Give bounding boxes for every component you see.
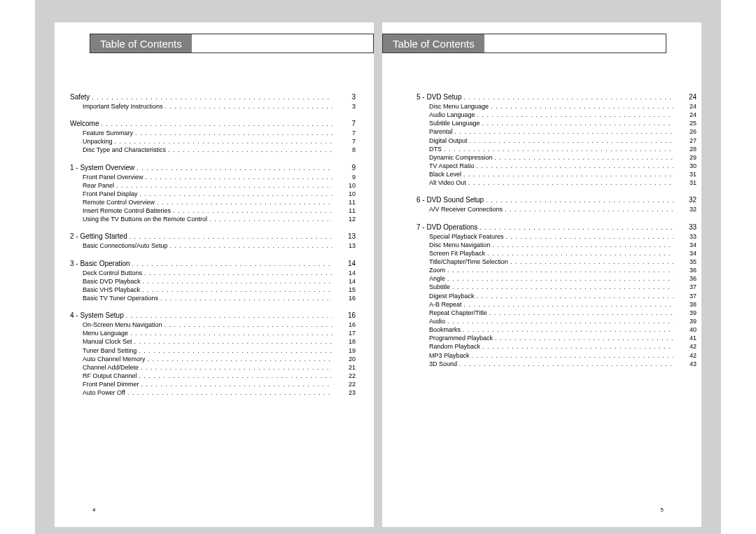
toc-subentry: Feature Summary7 bbox=[83, 129, 356, 137]
toc-subentry: Subtitle37 bbox=[429, 283, 696, 291]
toc-subentry: On-Screen Menu Navigation16 bbox=[83, 321, 356, 329]
toc-subentry: Insert Remote Control Batteries11 bbox=[83, 206, 356, 215]
entry-label: Subtitle Language bbox=[429, 119, 480, 127]
toc-entry: Safety3 bbox=[70, 92, 356, 102]
entry-label: 7 - DVD Operations bbox=[416, 223, 477, 232]
entry-page: 16 bbox=[335, 311, 356, 321]
leader-dots bbox=[160, 294, 332, 302]
entry-label: Alt Video Out bbox=[429, 178, 466, 187]
leader-dots bbox=[447, 274, 673, 283]
entry-page: 32 bbox=[676, 205, 696, 213]
entry-label: Auto Channel Memory bbox=[83, 355, 146, 363]
entry-label: Front Panel Dimmer bbox=[83, 380, 139, 388]
leader-dots bbox=[452, 283, 673, 291]
entry-label: Remote Control Overview bbox=[83, 198, 155, 206]
leader-dots bbox=[463, 93, 673, 102]
toc-subentry: Dynamic Compression29 bbox=[429, 153, 696, 162]
leader-dots bbox=[477, 162, 673, 170]
leader-dots bbox=[102, 120, 333, 129]
entry-page: 25 bbox=[676, 119, 696, 127]
toc-subentry: Menu Language17 bbox=[83, 329, 356, 337]
leader-dots bbox=[130, 232, 332, 241]
leader-dots bbox=[92, 93, 332, 102]
leader-dots bbox=[482, 342, 673, 351]
entry-page: 26 bbox=[676, 127, 696, 136]
entry-page: 22 bbox=[335, 372, 356, 380]
leader-dots bbox=[493, 241, 673, 249]
toc-section: 4 - System Setup16On-Screen Menu Navigat… bbox=[70, 311, 356, 397]
entry-page: 18 bbox=[335, 337, 356, 346]
entry-page: 31 bbox=[676, 178, 696, 187]
toc-subentry: Channel Add/Delete21 bbox=[83, 363, 356, 372]
toc-entry: 4 - System Setup16 bbox=[70, 311, 356, 321]
leader-dots bbox=[141, 363, 332, 372]
page-spread: Table of Contents Safety3Important Safet… bbox=[0, 0, 756, 534]
leader-dots bbox=[468, 178, 673, 187]
toc-subentry: Repeat Chapter/Title39 bbox=[429, 309, 696, 317]
entry-label: 3 - Basic Operation bbox=[70, 259, 130, 269]
entry-label: Disc Menu Navigation bbox=[429, 241, 491, 249]
entry-label: Basic DVD Playback bbox=[83, 277, 141, 286]
entry-label: Digital Output bbox=[429, 136, 468, 145]
toc-section: 5 - DVD Setup24Disc Menu Language24Audio… bbox=[416, 92, 696, 187]
entry-label: Subtitle bbox=[429, 283, 450, 291]
entry-page: 14 bbox=[335, 269, 356, 277]
entry-label: Tuner Band Setting bbox=[83, 346, 136, 355]
toc-subentry: Alt Video Out31 bbox=[429, 178, 696, 187]
header-title: Table of Contents bbox=[90, 34, 192, 52]
toc-subentry: Random Playback42 bbox=[429, 342, 696, 351]
entry-label: Audio bbox=[429, 317, 445, 325]
toc-section: 1 - System Overview9Front Panel Overview… bbox=[70, 163, 356, 224]
entry-label: Deck Control Buttons bbox=[83, 269, 142, 277]
entry-page: 7 bbox=[335, 137, 356, 146]
toc-subentry: Audio Language24 bbox=[429, 111, 696, 119]
entry-label: On-Screen Menu Navigation bbox=[83, 321, 162, 329]
toc-subentry: Remote Control Overview11 bbox=[83, 198, 356, 206]
toc-subentry: TV Aspect Ratio30 bbox=[429, 162, 696, 170]
toc-section: 3 - Basic Operation14Deck Control Button… bbox=[70, 259, 356, 303]
entry-page: 9 bbox=[335, 173, 356, 181]
header-bar-left: Table of Contents bbox=[90, 34, 374, 53]
entry-label: MP3 Playback bbox=[429, 351, 470, 360]
toc-subentry: DTS28 bbox=[429, 145, 696, 153]
entry-page: 43 bbox=[676, 360, 696, 368]
leader-dots bbox=[170, 241, 332, 250]
leader-dots bbox=[459, 360, 673, 368]
entry-label: Dynamic Compression bbox=[429, 153, 493, 162]
entry-label: Front Panel Display bbox=[83, 190, 138, 198]
toc-section: 2 - Getting Started13Basic Connections/A… bbox=[70, 232, 356, 250]
leader-dots bbox=[487, 249, 673, 258]
leader-dots bbox=[141, 380, 332, 388]
entry-label: Basic VHS Playback bbox=[83, 286, 140, 294]
toc-subentry: Front Panel Dimmer22 bbox=[83, 380, 356, 388]
entry-label: Channel Add/Delete bbox=[83, 363, 139, 372]
leader-dots bbox=[444, 145, 673, 153]
entry-page: 19 bbox=[335, 346, 356, 355]
leader-dots bbox=[143, 277, 332, 286]
entry-label: Zoom bbox=[429, 266, 445, 274]
toc-subentry: Black Level31 bbox=[429, 170, 696, 178]
entry-page: 34 bbox=[676, 249, 696, 258]
entry-page: 33 bbox=[676, 223, 696, 232]
entry-page: 16 bbox=[335, 294, 356, 302]
entry-label: Front Panel Overview bbox=[83, 173, 144, 181]
toc-left: Safety3Important Safety Instructions3Wel… bbox=[70, 92, 356, 405]
toc-entry: 1 - System Overview9 bbox=[70, 163, 356, 173]
toc-subentry: Bookmarks40 bbox=[429, 325, 696, 334]
entry-label: 3D Sound bbox=[429, 360, 457, 368]
entry-page: 11 bbox=[335, 206, 356, 215]
toc-subentry: Disc Menu Navigation34 bbox=[429, 241, 696, 249]
toc-subentry: Disc Menu Language24 bbox=[429, 102, 696, 111]
toc-right: 5 - DVD Setup24Disc Menu Language24Audio… bbox=[416, 92, 696, 377]
leader-dots bbox=[477, 292, 673, 300]
toc-entry: 5 - DVD Setup24 bbox=[416, 92, 696, 102]
left-page: Table of Contents Safety3Important Safet… bbox=[0, 0, 378, 534]
entry-label: 1 - System Overview bbox=[70, 163, 134, 173]
toc-subentry: MP3 Playback42 bbox=[429, 351, 696, 360]
entry-page: 17 bbox=[335, 329, 356, 337]
leader-dots bbox=[495, 334, 673, 342]
toc-subentry: Subtitle Language25 bbox=[429, 119, 696, 127]
toc-section: Welcome7Feature Summary7Unpacking7Disc T… bbox=[70, 119, 356, 154]
toc-subentry: Zoom36 bbox=[429, 266, 696, 274]
entry-page: 24 bbox=[676, 111, 696, 119]
